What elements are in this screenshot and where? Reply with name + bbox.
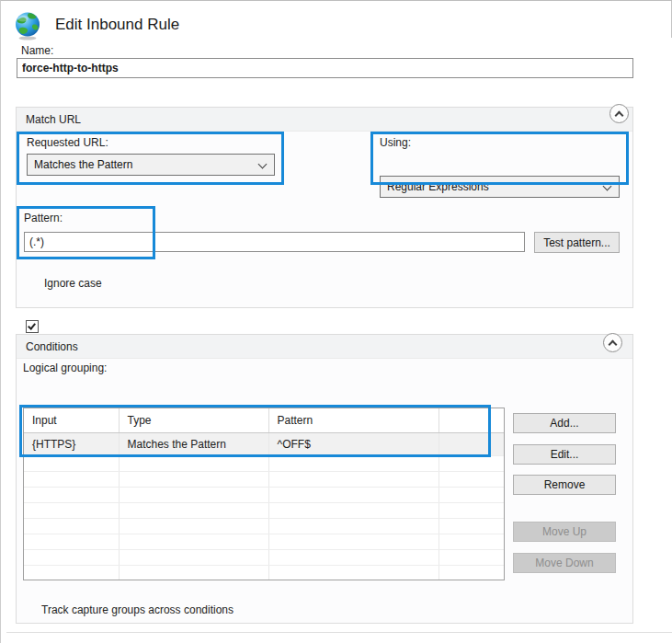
bottom-divider <box>6 632 672 633</box>
table-empty-row <box>24 534 504 549</box>
match-url-section: Match URL <box>16 107 633 308</box>
match-url-collapse-button[interactable] <box>609 104 629 123</box>
requested-url-dropdown[interactable]: Matches the Pattern <box>27 154 275 176</box>
table-empty-row <box>24 518 504 534</box>
column-header-pattern[interactable]: Pattern <box>268 408 439 432</box>
requested-url-value: Matches the Pattern <box>34 158 132 171</box>
table-header-row: Input Type Pattern <box>24 408 504 432</box>
chevron-up-icon <box>609 340 618 350</box>
add-button[interactable]: Add... <box>513 413 616 433</box>
chevron-down-icon <box>603 182 612 191</box>
condition-input-cell[interactable]: {HTTPS} <box>24 432 119 455</box>
table-empty-row <box>24 502 504 518</box>
condition-type-cell[interactable]: Matches the Pattern <box>119 432 268 455</box>
name-input[interactable] <box>17 58 633 78</box>
table-empty-row <box>24 471 504 487</box>
using-label: Using: <box>380 136 411 149</box>
edit-button[interactable]: Edit... <box>513 444 616 465</box>
conditions-section-title: Conditions <box>17 335 632 359</box>
requested-url-label: Requested URL: <box>27 136 108 149</box>
move-down-button[interactable]: Move Down <box>513 553 616 573</box>
conditions-table[interactable]: Input Type Pattern {HTTPS} Matches the P… <box>23 408 505 580</box>
check-icon <box>28 321 36 329</box>
page-title: Edit Inbound Rule <box>55 16 179 34</box>
logical-grouping-label: Logical grouping: <box>23 362 107 374</box>
conditions-collapse-button[interactable] <box>603 333 622 352</box>
chevron-down-icon <box>258 160 268 169</box>
table-empty-row <box>24 455 504 471</box>
condition-pattern-cell[interactable]: ^OFF$ <box>268 432 439 455</box>
column-header-blank <box>439 408 504 432</box>
pattern-label: Pattern: <box>24 212 63 224</box>
track-capture-label: Track capture groups across conditions <box>41 603 233 616</box>
ignore-case-label: Ignore case <box>44 277 102 290</box>
ignore-case-checkbox[interactable] <box>26 320 39 333</box>
using-dropdown[interactable]: Regular Expressions <box>380 176 620 198</box>
remove-button[interactable]: Remove <box>513 475 616 495</box>
using-value: Regular Expressions <box>387 180 489 193</box>
conditions-table-body: {HTTPS} Matches the Pattern ^OFF$ <box>24 432 504 580</box>
condition-row[interactable]: {HTTPS} Matches the Pattern ^OFF$ <box>24 432 504 455</box>
test-pattern-button[interactable]: Test pattern... <box>534 232 620 253</box>
chevron-up-icon <box>615 111 624 121</box>
edit-inbound-rule-dialog: Edit Inbound Rule Name: Match URL Reques… <box>0 0 672 643</box>
column-header-type[interactable]: Type <box>119 408 268 432</box>
table-empty-row <box>24 487 504 502</box>
pattern-input[interactable] <box>24 232 525 252</box>
name-label: Name: <box>21 44 53 57</box>
globe-icon <box>14 11 41 40</box>
column-header-input[interactable]: Input <box>24 408 119 432</box>
match-url-section-title: Match URL <box>17 108 632 132</box>
table-empty-row <box>24 565 504 580</box>
move-up-button[interactable]: Move Up <box>513 522 616 542</box>
table-empty-row <box>24 549 504 565</box>
